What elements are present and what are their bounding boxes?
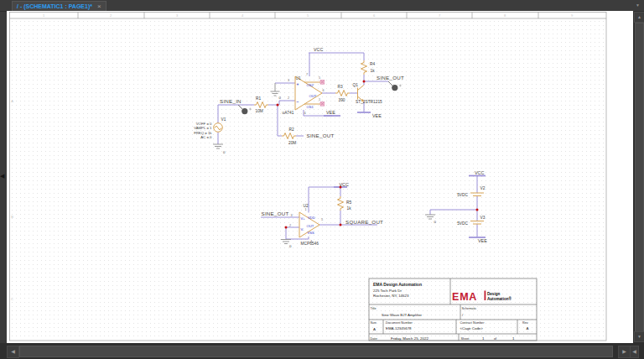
zone-number: 6 [373,13,376,18]
power-label-vcc[interactable]: VCC [314,47,323,52]
v1-param[interactable]: VOFF = 0 [196,122,212,126]
v1-param[interactable]: VAMPL = 1 [194,126,212,130]
power-label-vee[interactable]: VEE [326,110,335,115]
component-u2-comparator[interactable]: U2 MCP6546 V+ V- VDD OUT VSS 3 2 5 4 1 [289,204,323,246]
net-label-sine-out[interactable]: SINE_OUT [262,211,289,216]
voltage-probe-icon[interactable] [238,105,252,114]
component-r3[interactable]: R3 390 [335,85,350,101]
u1-part[interactable]: uA741 [283,111,294,115]
net-label-sine-in[interactable]: SINE_IN [220,98,242,104]
ground-symbol[interactable]: 0 [281,240,292,248]
u2-ref[interactable]: U2 [304,204,309,208]
r1-ref[interactable]: R1 [256,96,261,101]
title-label: Title [371,307,377,310]
u2-pin5: 5 [321,218,323,221]
no-connect-icon [320,80,325,84]
r5-ref[interactable]: R5 [346,200,351,205]
u2-pin4: 4 [310,240,312,243]
vertical-scrollbar-thumb[interactable] [635,23,644,333]
net-label-sine-out[interactable]: SINE_OUT [307,133,335,138]
tab-schematic-page1[interactable]: / - (SCHEMATIC1 : PAGE1)* × [12,1,106,11]
component-q1-transistor[interactable]: Q1 ST_2STR1215 [353,83,383,104]
zone-letter: A [11,99,13,103]
zone-number: 9 [571,13,574,18]
power-label-vee[interactable]: VEE [478,238,487,243]
rev-label: Rev [522,321,528,325]
u2-vminus-pin-name: V- [301,227,305,232]
r1-value[interactable]: 10M [256,109,263,113]
wires[interactable] [218,53,477,240]
power-label-vcc[interactable]: VCC [340,182,349,187]
close-icon[interactable]: × [97,3,101,10]
voltage-probe-icon[interactable] [388,81,402,91]
component-r4[interactable]: R4 1k [361,60,376,75]
u1-pin4: 4 [304,112,305,115]
component-r1[interactable]: R1 10M [254,96,268,114]
ground-symbol[interactable]: 0 [425,215,437,224]
schematic-page: 1 2 3 4 5 6 7 8 9 A B C [7,11,633,343]
sheet-title: Sine Wave BJT Amplifier [382,313,423,317]
zone-number: 7 [439,13,441,18]
v3-value[interactable]: 5VDC [457,221,468,226]
scroll-down-button[interactable]: ▼ [634,331,644,342]
company-addr1: 225 Tech Park Dr [373,289,402,293]
v1-param[interactable]: FREQ = 1k [194,131,212,135]
ground-symbol[interactable]: 0 [213,144,226,154]
r2-value[interactable]: 20M [288,141,296,145]
u1-pin3: 3 [288,79,289,82]
pane-split-button[interactable]: ◀ [630,346,639,358]
u2-out-pin-name: OUT [307,224,314,228]
net-label-sine-out[interactable]: SINE_OUT [377,75,404,81]
net-label-square-out[interactable]: SQUARE_OUT [345,219,383,225]
no-connect-icon [320,101,325,106]
power-label-vcc[interactable]: VCC [475,170,484,175]
v2-ref[interactable]: V2 [480,186,486,190]
component-r5[interactable]: R5 1k [338,196,352,211]
r4-value[interactable]: 1k [371,69,376,73]
sheet-label: Sheet [461,337,470,341]
power-label-vee[interactable]: VEE [372,113,382,118]
tab-menu-icon[interactable]: ▼ [636,3,640,8]
r2-ref[interactable]: R2 [289,127,294,132]
size-value: A [373,327,376,331]
u1-out-pin-name: OUT [309,94,317,98]
doc-number: EMA-12345678 [386,326,412,330]
q1-ref[interactable]: Q1 [353,83,359,87]
u1-ref[interactable]: U1 [296,76,301,81]
vertical-scrollbar[interactable]: ▲ ▼ [633,11,644,343]
r5-value[interactable]: 1k [347,206,352,211]
component-v2[interactable]: V2 5VDC [457,186,485,197]
horizontal-scrollbar[interactable]: ◀ ▶ ◀ [0,343,644,359]
u1-pin6: 6 [322,89,324,92]
u1-os1-pin-name: OS1 [307,105,314,109]
ground-symbol[interactable]: 0 [271,83,282,100]
component-r2[interactable]: R2 20M [282,127,296,145]
zone-number: 5 [307,13,309,18]
scroll-left-button[interactable]: ◀ [7,346,19,358]
schematic-canvas[interactable]: 1 2 3 4 5 6 7 8 9 A B C [7,11,633,343]
scroll-right-button[interactable]: ▶ [618,346,631,358]
zone-number: 8 [504,13,506,18]
v1-param[interactable]: AC = 0 [200,135,212,139]
title-block[interactable]: EMA Design Automation 225 Tech Park Dr R… [369,278,537,341]
date-label: Date: [371,337,378,341]
r3-value[interactable]: 390 [339,98,345,102]
r4-ref[interactable]: R4 [370,62,375,66]
component-u1-opamp[interactable]: + − U1 uA741 3 2 7 4 6 5 1 OS2 OS1 OUT [283,73,325,115]
q1-part[interactable]: ST_2STR1215 [356,100,382,104]
panel-handle-icon[interactable]: ◀ [0,173,4,180]
horizontal-scrollbar-thumb[interactable] [19,346,613,357]
gnd-label: 0 [434,220,437,224]
v2-value[interactable]: 5VDC [457,193,468,197]
component-v3[interactable]: V3 5VDC [457,216,485,226]
u1-pin7: 7 [306,73,308,76]
component-v1[interactable]: V1 VOFF = 0 VAMPL = 1 FREQ = 1k AC = 0 [194,117,226,139]
v1-ref[interactable]: V1 [221,117,226,122]
contract-value: <Cage Code> [460,326,484,330]
scroll-up-button[interactable]: ▲ [634,12,644,23]
u1-pin2: 2 [288,96,289,100]
net-labels[interactable]: SINE_IN SINE_OUT SINE_OUT SINE_OUT SQUAR… [220,47,487,243]
v3-ref[interactable]: V3 [480,216,486,220]
r3-ref[interactable]: R3 [338,85,343,89]
schematic-name: / [462,313,464,317]
